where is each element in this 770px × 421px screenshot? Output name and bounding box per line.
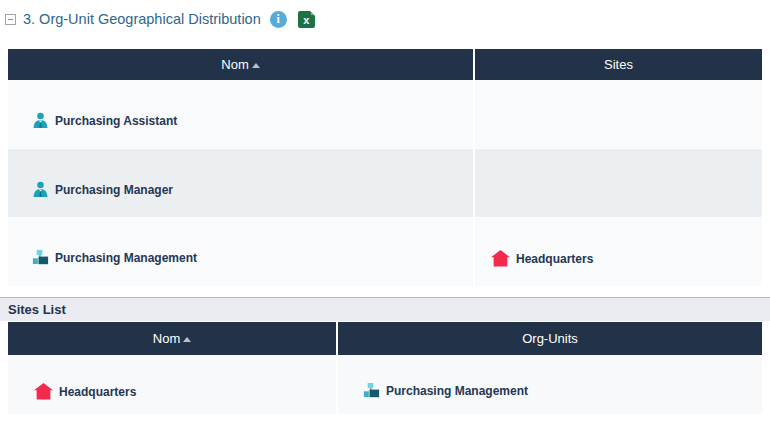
column-header-nom-label: Nom — [153, 331, 180, 346]
sites-list-table: Nom Org-Units Headquarters Purchasing Ma… — [8, 322, 762, 415]
column-header-org-units-label: Org-Units — [522, 331, 578, 346]
orgunit-table: Nom Sites Purchasing Assistant Purchasin… — [8, 49, 762, 287]
org-unit-icon — [32, 250, 49, 265]
cell-nom: Purchasing Assistant — [8, 80, 474, 149]
sort-ascending-icon — [183, 337, 191, 342]
org-unit-name: Purchasing Management — [386, 384, 528, 398]
section-title: 3. Org-Unit Geographical Distribution — [23, 11, 261, 27]
excel-letter: x — [303, 15, 309, 26]
org-unit-name: Purchasing Management — [55, 251, 197, 265]
column-header-nom[interactable]: Nom — [8, 49, 474, 80]
column-header-sites[interactable]: Sites — [474, 49, 762, 80]
collapse-icon[interactable] — [5, 14, 16, 25]
sites-list-title: Sites List — [0, 302, 66, 317]
column-header-sites-label: Sites — [604, 57, 633, 72]
info-icon[interactable]: i — [270, 11, 287, 28]
column-header-nom-label: Nom — [221, 57, 248, 72]
orgunit-table-header-row: Nom Sites — [8, 49, 762, 80]
cell-nom: Purchasing Management — [8, 218, 474, 287]
sites-list-section-bar: Sites List — [0, 297, 770, 321]
excel-fold-corner — [310, 11, 315, 16]
org-unit-icon — [363, 383, 380, 398]
site-name: Headquarters — [59, 385, 136, 399]
sort-ascending-icon — [252, 63, 260, 68]
cell-org-units: Purchasing Management — [337, 355, 762, 415]
table-row: Headquarters Purchasing Management — [8, 355, 762, 415]
excel-export-icon[interactable]: x — [298, 11, 315, 28]
orgunit-table-head: Nom Sites — [8, 49, 762, 80]
cell-sites — [474, 80, 762, 149]
person-icon — [32, 181, 49, 198]
section-header: 3. Org-Unit Geographical Distribution i … — [5, 8, 315, 30]
sites-list-table-head: Nom Org-Units — [8, 322, 762, 355]
table-row: Purchasing Assistant — [8, 80, 762, 149]
person-icon — [32, 112, 49, 129]
cell-nom: Purchasing Manager — [8, 149, 474, 218]
site-icon — [34, 383, 53, 400]
sites-list-header-row: Nom Org-Units — [8, 322, 762, 355]
site-icon — [491, 250, 510, 267]
cell-sites — [474, 149, 762, 218]
cell-nom: Headquarters — [8, 355, 337, 415]
column-header-nom[interactable]: Nom — [8, 322, 337, 355]
org-unit-name: Purchasing Assistant — [55, 114, 177, 128]
cell-sites: Headquarters — [474, 218, 762, 287]
org-unit-name: Purchasing Manager — [55, 183, 173, 197]
column-header-org-units[interactable]: Org-Units — [337, 322, 762, 355]
table-row: Purchasing Manager — [8, 149, 762, 218]
site-name: Headquarters — [516, 252, 593, 266]
table-row: Purchasing Management Headquarters — [8, 218, 762, 287]
